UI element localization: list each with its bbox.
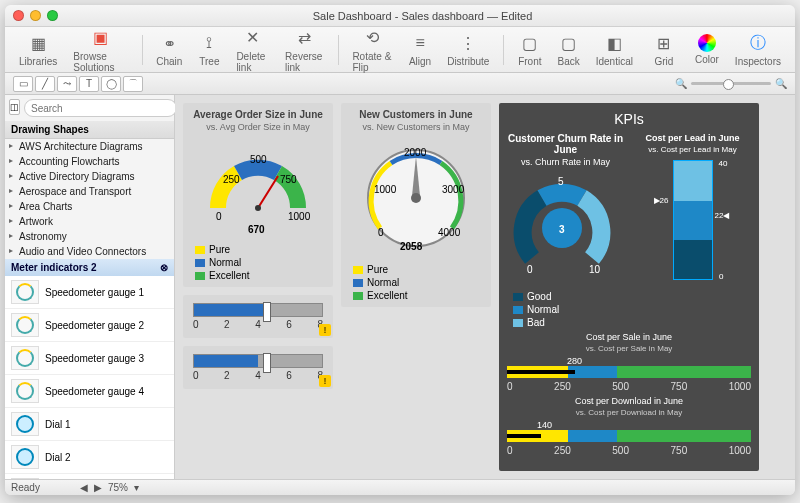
svg-text:5: 5 (558, 176, 564, 187)
line-tool[interactable]: ╱ (35, 76, 55, 92)
rotate-button[interactable]: ⟲Rotate & Flip (346, 25, 399, 75)
arc-tool[interactable]: ⌒ (123, 76, 143, 92)
zoom-in-icon[interactable]: 🔍 (775, 78, 787, 89)
cost-per-sale-chart: Cost per Sale in June vs. Cost per Sale … (507, 332, 751, 392)
warning-icon: ! (319, 375, 331, 387)
browse-icon: ▣ (89, 27, 111, 49)
active-library-header[interactable]: Meter indicators 2⊗ (5, 259, 174, 276)
zoom-dropdown-icon[interactable]: ▾ (134, 482, 139, 493)
svg-text:1000: 1000 (374, 184, 397, 195)
back-button[interactable]: ▢Back (551, 30, 585, 69)
svg-text:2058: 2058 (400, 241, 423, 252)
reverse-link-icon: ⇄ (293, 27, 315, 49)
chain-button[interactable]: ⚭Chain (150, 30, 188, 69)
tree-icon: ⟟ (198, 32, 220, 54)
page-next-icon[interactable]: ▶ (94, 482, 102, 493)
grid-button[interactable]: ⊞Grid (647, 30, 681, 69)
text-tool[interactable]: T (79, 76, 99, 92)
zoom-icon[interactable] (47, 10, 58, 21)
stacked-bar-chart: ▶26 22◀ 0 40 (673, 160, 713, 280)
minimize-icon[interactable] (30, 10, 41, 21)
gauge-avg-order[interactable]: Average Order Size in June vs. Avg Order… (183, 103, 333, 287)
front-button[interactable]: ▢Front (512, 30, 547, 69)
align-button[interactable]: ≡Align (403, 30, 437, 69)
tree-button[interactable]: ⟟Tree (192, 30, 226, 69)
svg-text:250: 250 (223, 174, 240, 185)
gauge-chart: 0250 500750 1000 670 (198, 138, 318, 238)
status-text: Ready (11, 482, 40, 493)
window-controls (13, 10, 58, 21)
svg-text:3000: 3000 (442, 184, 465, 195)
pointer-tool[interactable]: ▭ (13, 76, 33, 92)
search-input[interactable] (24, 99, 177, 117)
category-item[interactable]: Artwork (5, 214, 174, 229)
back-icon: ▢ (558, 32, 580, 54)
info-icon: ⓘ (747, 32, 769, 54)
tool-tabs: ▭ ╱ ⤳ T ◯ ⌒ 🔍 🔍 (5, 73, 795, 95)
chain-icon: ⚭ (158, 32, 180, 54)
category-item[interactable]: Active Directory Diagrams (5, 169, 174, 184)
bullet-slider-1[interactable]: 02468 ! (183, 295, 333, 338)
reverse-link-button[interactable]: ⇄Reverse link (279, 25, 330, 75)
main-toolbar: ▦Libraries ▣Browse Solutions ⚭Chain ⟟Tre… (5, 27, 795, 73)
delete-link-icon: ✕ (242, 27, 264, 49)
library-items: Speedometer gauge 1 Speedometer gauge 2 … (5, 276, 174, 479)
category-item[interactable]: Area Charts (5, 199, 174, 214)
inspectors-button[interactable]: ⓘInspectors (729, 30, 787, 69)
browse-button[interactable]: ▣Browse Solutions (67, 25, 133, 75)
distribute-button[interactable]: ⋮Distribute (441, 30, 495, 69)
svg-text:500: 500 (250, 154, 267, 165)
gauge-new-customers[interactable]: New Customers in June vs. New Customers … (341, 103, 491, 307)
library-item[interactable]: Speedometer gauge 3 (5, 342, 174, 375)
grid-icon: ⊞ (653, 32, 675, 54)
kpi-panel[interactable]: KPIs Customer Churn Rate in June vs. Chu… (499, 103, 759, 471)
kpi-header: KPIs (507, 111, 751, 127)
gauge-chart: 01000 20003000 4000 2058 (356, 138, 476, 258)
front-icon: ▢ (519, 32, 541, 54)
library-item[interactable]: Dial 2 (5, 441, 174, 474)
color-button[interactable]: Color (689, 32, 725, 67)
library-item[interactable]: Speedometer gauge 4 (5, 375, 174, 408)
rotate-icon: ⟲ (362, 27, 384, 49)
warning-icon: ! (319, 324, 331, 336)
zoom-level[interactable]: 75% (108, 482, 128, 493)
libraries-button[interactable]: ▦Libraries (13, 30, 63, 69)
donut-chart: 3 0 5 10 (507, 173, 617, 283)
category-item[interactable]: Aerospace and Transport (5, 184, 174, 199)
app-window: Sale Dashboard - Sales dashboard — Edite… (5, 5, 795, 495)
zoom-slider[interactable] (691, 82, 771, 85)
libraries-icon: ▦ (27, 32, 49, 54)
svg-point-10 (411, 193, 421, 203)
svg-text:0: 0 (216, 211, 222, 222)
cost-per-download-chart: Cost per Download in June vs. Cost per D… (507, 396, 751, 456)
svg-text:670: 670 (248, 224, 265, 235)
status-bar: Ready ◀ ▶ 75% ▾ (5, 479, 795, 495)
sidebar: ◫ ▦ ≡ Drawing Shapes AWS Architecture Di… (5, 95, 175, 479)
library-item[interactable]: Speedometer gauge 2 (5, 309, 174, 342)
category-item[interactable]: Audio and Video Connectors (5, 244, 174, 259)
library-item[interactable]: Speedometer gauge 1 (5, 276, 174, 309)
library-item[interactable]: Dial 1 (5, 408, 174, 441)
identical-icon: ◧ (603, 32, 625, 54)
svg-text:2000: 2000 (404, 147, 427, 158)
category-item[interactable]: Astronomy (5, 229, 174, 244)
shapes-header: Drawing Shapes (5, 121, 174, 139)
delete-link-button[interactable]: ✕Delete link (230, 25, 275, 75)
bullet-slider-2[interactable]: 02468 ! (183, 346, 333, 389)
canvas[interactable]: Average Order Size in June vs. Avg Order… (175, 95, 795, 479)
lib-toggle-icon[interactable]: ◫ (9, 99, 20, 115)
identical-button[interactable]: ◧Identical (590, 30, 639, 69)
close-icon[interactable] (13, 10, 24, 21)
svg-text:0: 0 (527, 264, 533, 275)
close-lib-icon[interactable]: ⊗ (160, 262, 168, 273)
svg-line-0 (258, 176, 278, 208)
shape-tool[interactable]: ◯ (101, 76, 121, 92)
svg-text:3: 3 (559, 224, 565, 235)
connector-tool[interactable]: ⤳ (57, 76, 77, 92)
svg-text:0: 0 (378, 227, 384, 238)
zoom-out-icon[interactable]: 🔍 (675, 78, 687, 89)
category-item[interactable]: Accounting Flowcharts (5, 154, 174, 169)
window-title: Sale Dashboard - Sales dashboard — Edite… (58, 10, 787, 22)
category-item[interactable]: AWS Architecture Diagrams (5, 139, 174, 154)
page-prev-icon[interactable]: ◀ (80, 482, 88, 493)
